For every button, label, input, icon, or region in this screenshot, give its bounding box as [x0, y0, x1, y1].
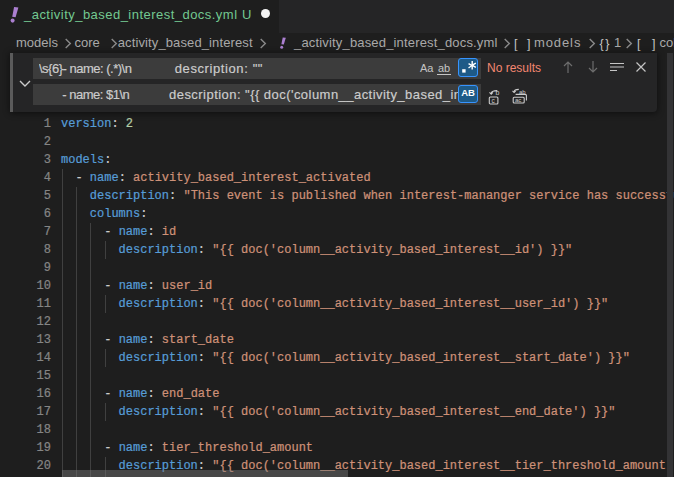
- svg-text:b: b: [496, 89, 500, 96]
- svg-text:ac: ac: [515, 97, 521, 103]
- svg-text:ab: ab: [519, 89, 526, 95]
- svg-text:c: c: [492, 96, 496, 103]
